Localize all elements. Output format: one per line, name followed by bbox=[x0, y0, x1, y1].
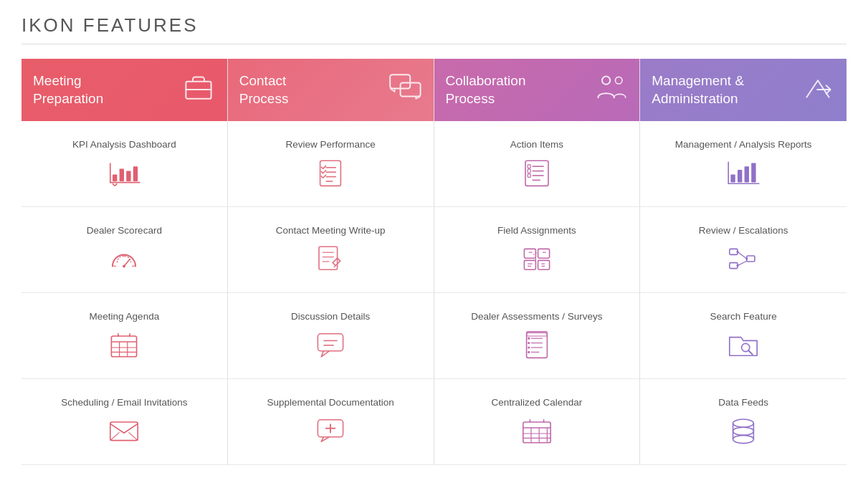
feature-label: Data Feeds bbox=[718, 396, 768, 409]
envelope-icon bbox=[107, 416, 141, 446]
feature-action-items[interactable]: Action Items bbox=[434, 121, 640, 207]
svg-rect-88 bbox=[751, 163, 755, 183]
svg-rect-2 bbox=[113, 175, 117, 182]
svg-rect-55 bbox=[524, 249, 535, 259]
svg-line-95 bbox=[738, 261, 747, 265]
svg-line-9 bbox=[115, 183, 118, 186]
feature-label: Centralized Calendar bbox=[491, 396, 582, 409]
arrow-up-right-icon bbox=[801, 72, 835, 108]
feature-label: Dealer Assessments / Surveys bbox=[471, 310, 602, 323]
briefcase-icon bbox=[181, 72, 216, 108]
feature-label: Discussion Details bbox=[291, 310, 370, 323]
svg-line-24 bbox=[110, 433, 120, 441]
svg-point-96 bbox=[737, 251, 739, 253]
feature-data-feeds[interactable]: Data Feeds bbox=[640, 379, 846, 465]
svg-point-101 bbox=[733, 419, 754, 427]
svg-point-71 bbox=[528, 342, 530, 344]
survey-icon bbox=[520, 330, 554, 360]
svg-rect-5 bbox=[133, 166, 138, 181]
feature-label: Review / Escalations bbox=[699, 224, 788, 237]
feature-label: Dealer Scorecard bbox=[87, 224, 162, 237]
feature-dealer-assessments[interactable]: Dealer Assessments / Surveys bbox=[434, 293, 640, 379]
svg-point-45 bbox=[602, 77, 610, 85]
svg-line-38 bbox=[334, 266, 335, 267]
column-meeting-preparation: MeetingPreparation KPI Analysis Dashboar… bbox=[22, 59, 228, 465]
svg-point-98 bbox=[745, 258, 748, 260]
column-contact-process: ContactProcess Review Performance bbox=[228, 59, 434, 465]
workflow-icon bbox=[726, 244, 760, 274]
svg-point-102 bbox=[733, 427, 754, 435]
people-icon bbox=[593, 72, 628, 108]
svg-point-72 bbox=[528, 347, 530, 349]
col-header-collaboration-process[interactable]: CollaborationProcess bbox=[434, 59, 640, 121]
svg-rect-92 bbox=[730, 263, 738, 269]
divider bbox=[22, 44, 846, 44]
svg-rect-93 bbox=[747, 256, 755, 262]
calendar-grid-icon bbox=[107, 330, 141, 360]
feature-search-feature[interactable]: Search Feature bbox=[640, 293, 846, 379]
bar-chart-icon bbox=[726, 158, 760, 188]
feature-dealer-scorecard[interactable]: Dealer Scorecard bbox=[22, 207, 227, 293]
svg-rect-52 bbox=[528, 165, 530, 168]
column-management-administration: Management &Administration Management / … bbox=[640, 59, 846, 465]
svg-point-97 bbox=[737, 264, 739, 267]
feature-scheduling-email[interactable]: Scheduling / Email Invitations bbox=[22, 379, 227, 465]
edit-doc-icon bbox=[313, 244, 348, 274]
svg-rect-54 bbox=[528, 174, 530, 178]
feature-review-escalations[interactable]: Review / Escalations bbox=[640, 207, 846, 293]
col-header-label-3: Management &Administration bbox=[652, 72, 744, 107]
speech-bubble-icon bbox=[313, 330, 348, 360]
svg-point-73 bbox=[528, 351, 530, 353]
checklist-icon bbox=[313, 158, 348, 188]
add-doc-icon bbox=[313, 416, 348, 446]
svg-rect-57 bbox=[524, 261, 535, 270]
feature-field-assignments[interactable]: Field Assignments bbox=[434, 207, 640, 293]
svg-line-100 bbox=[748, 350, 753, 355]
feature-label: Review Performance bbox=[285, 138, 375, 151]
svg-rect-3 bbox=[120, 169, 124, 182]
svg-rect-87 bbox=[745, 166, 749, 182]
feature-label: Contact Meeting Write-up bbox=[276, 224, 386, 237]
feature-label: Supplemental Documentation bbox=[267, 396, 394, 409]
chat-icon bbox=[388, 72, 422, 108]
svg-point-11 bbox=[123, 265, 125, 268]
assignment-icon bbox=[520, 244, 554, 274]
feature-label: Action Items bbox=[510, 138, 563, 151]
col-header-meeting-preparation[interactable]: MeetingPreparation bbox=[22, 59, 227, 121]
feature-centralized-calendar[interactable]: Centralized Calendar bbox=[434, 379, 640, 465]
feature-review-performance[interactable]: Review Performance bbox=[228, 121, 434, 207]
feature-contact-meeting-writeup[interactable]: Contact Meeting Write-up bbox=[228, 207, 434, 293]
feature-kpi-analysis[interactable]: KPI Analysis Dashboard bbox=[22, 121, 227, 207]
svg-point-103 bbox=[733, 436, 754, 444]
feature-label: Scheduling / Email Invitations bbox=[61, 396, 187, 409]
svg-rect-23 bbox=[110, 422, 138, 441]
svg-rect-53 bbox=[528, 169, 530, 173]
column-collaboration-process: CollaborationProcess Action Items bbox=[434, 59, 641, 465]
feature-supplemental-docs[interactable]: Supplemental Documentation bbox=[228, 379, 434, 465]
svg-rect-58 bbox=[538, 261, 549, 270]
feature-label: KPI Analysis Dashboard bbox=[72, 138, 176, 151]
feature-management-analysis-reports[interactable]: Management / Analysis Reports bbox=[640, 121, 846, 207]
feature-label: Field Assignments bbox=[497, 224, 576, 237]
svg-rect-85 bbox=[731, 175, 735, 183]
feature-label: Management / Analysis Reports bbox=[675, 138, 812, 151]
col-header-contact-process[interactable]: ContactProcess bbox=[228, 59, 434, 121]
svg-rect-56 bbox=[538, 249, 549, 259]
feature-label: Meeting Agenda bbox=[90, 310, 160, 323]
page-title: IKON FEATURES bbox=[22, 14, 846, 37]
chart-bar-icon bbox=[107, 158, 141, 188]
col-header-label-0: MeetingPreparation bbox=[33, 72, 103, 107]
search-folder-icon bbox=[726, 330, 760, 360]
speedometer-icon bbox=[107, 244, 141, 274]
features-grid: MeetingPreparation KPI Analysis Dashboar… bbox=[22, 59, 846, 465]
feature-label: Search Feature bbox=[710, 310, 777, 323]
col-header-management-admin[interactable]: Management &Administration bbox=[640, 59, 846, 121]
svg-rect-91 bbox=[730, 249, 738, 255]
calendar-grid2-icon bbox=[520, 416, 554, 446]
svg-line-25 bbox=[129, 433, 138, 441]
col-header-label-2: CollaborationProcess bbox=[446, 72, 526, 107]
feature-discussion-details[interactable]: Discussion Details bbox=[228, 293, 434, 379]
feature-meeting-agenda[interactable]: Meeting Agenda bbox=[22, 293, 227, 379]
svg-point-70 bbox=[528, 338, 530, 340]
database-icon bbox=[726, 416, 760, 446]
